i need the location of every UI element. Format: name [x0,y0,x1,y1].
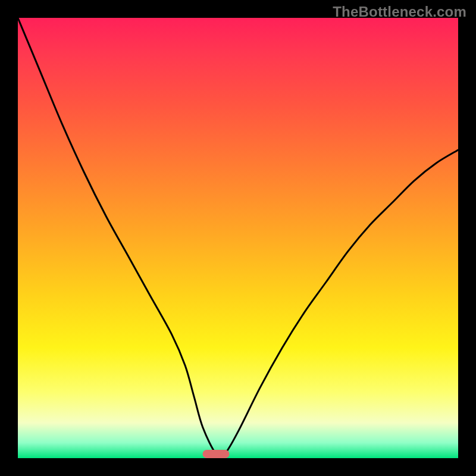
bottleneck-curve [18,18,458,458]
optimal-marker [203,450,230,458]
curve-path [18,18,458,457]
plot-area [18,18,458,458]
chart-frame: TheBottleneck.com [0,0,476,476]
